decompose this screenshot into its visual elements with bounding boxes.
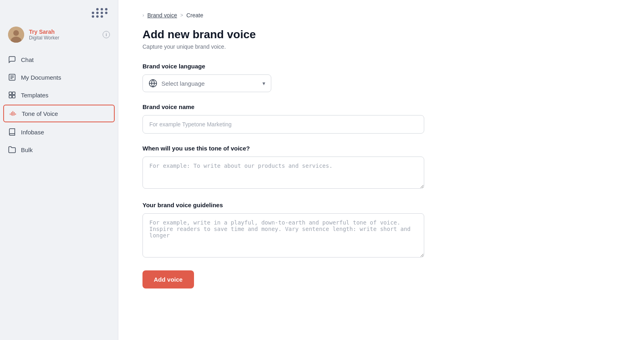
guidelines-textarea[interactable] [142, 213, 424, 258]
usage-section: When will you use this tone of voice? [142, 145, 424, 190]
language-select[interactable]: Select language ▾ [142, 74, 271, 92]
avatar [8, 27, 24, 43]
guidelines-section: Your brand voice guidelines [142, 202, 424, 259]
nav-menu: Chat My Documents [0, 47, 118, 340]
language-section: Brand voice language Select language ▾ [142, 63, 424, 92]
usage-textarea[interactable] [142, 157, 424, 189]
chevron-down-icon: ▾ [262, 80, 265, 87]
breadcrumb-parent[interactable]: Brand voice [147, 12, 177, 19]
name-label: Brand voice name [142, 103, 424, 110]
svg-rect-9 [9, 95, 12, 98]
documents-icon [8, 73, 16, 81]
templates-label: Templates [21, 92, 48, 99]
user-role: Digital Worker [29, 35, 98, 41]
logo-dots [92, 8, 108, 18]
sidebar-item-templates[interactable]: Templates [0, 86, 118, 104]
tone-label: Tone of Voice [22, 110, 58, 117]
breadcrumb: › Brand voice > Create [142, 12, 620, 19]
infobase-icon [8, 128, 16, 136]
breadcrumb-current: Create [186, 12, 203, 19]
user-name: Try Sarah [29, 29, 98, 35]
user-info: Try Sarah Digital Worker [29, 29, 98, 41]
guidelines-label: Your brand voice guidelines [142, 202, 424, 208]
name-input[interactable] [142, 115, 424, 134]
sidebar-item-tone-of-voice[interactable]: Tone of Voice [3, 105, 115, 122]
templates-icon [8, 91, 16, 99]
bulk-label: Bulk [21, 146, 33, 153]
page-title: Add new brand voice [142, 28, 620, 41]
svg-point-1 [13, 30, 19, 36]
svg-rect-8 [12, 92, 15, 95]
main-content: › Brand voice > Create Add new brand voi… [118, 0, 644, 340]
globe-icon [149, 79, 157, 88]
sidebar: Try Sarah Digital Worker i Chat [0, 0, 118, 340]
tone-icon [9, 109, 17, 117]
page-subtitle: Capture your unique brand voice. [142, 43, 620, 50]
logo-area [0, 0, 118, 22]
svg-rect-10 [12, 95, 15, 98]
language-select-text: Select language [161, 80, 258, 87]
sidebar-item-infobase[interactable]: Infobase [0, 123, 118, 141]
infobase-label: Infobase [21, 129, 44, 136]
sidebar-item-chat[interactable]: Chat [0, 51, 118, 68]
chat-label: Chat [21, 56, 34, 63]
svg-rect-7 [9, 92, 12, 95]
bulk-icon [8, 146, 16, 154]
name-section: Brand voice name [142, 103, 424, 134]
sidebar-item-my-documents[interactable]: My Documents [0, 68, 118, 86]
user-section: Try Sarah Digital Worker i [0, 22, 118, 47]
breadcrumb-chevron: › [142, 12, 144, 18]
documents-label: My Documents [21, 74, 61, 81]
add-voice-button[interactable]: Add voice [142, 270, 194, 288]
usage-label: When will you use this tone of voice? [142, 145, 424, 152]
language-label: Brand voice language [142, 63, 424, 70]
breadcrumb-separator: > [180, 12, 183, 18]
chat-icon [8, 56, 16, 64]
info-icon[interactable]: i [103, 31, 110, 38]
sidebar-item-bulk[interactable]: Bulk [0, 141, 118, 159]
